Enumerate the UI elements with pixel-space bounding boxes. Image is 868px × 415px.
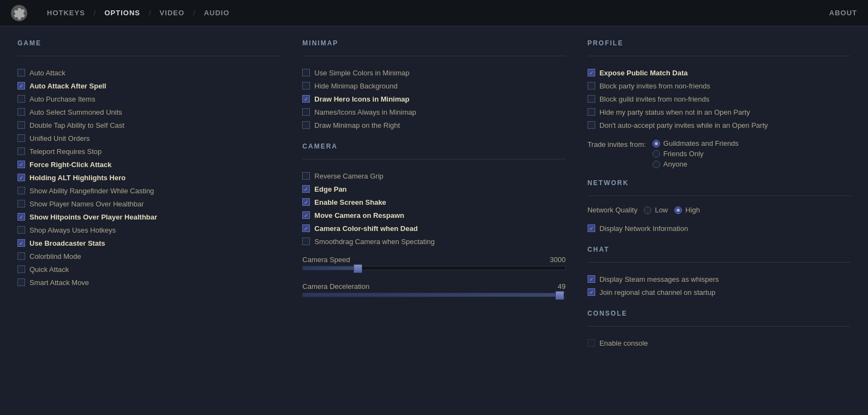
minimap-option-label-1: Hide Minimap Background — [314, 82, 397, 90]
camera-speed-thumb[interactable] — [354, 264, 362, 273]
nav-hotkeys[interactable]: HOTKEYS — [40, 9, 92, 17]
game-checkbox-3[interactable] — [17, 108, 25, 116]
camera-speed-header: Camera Speed 3000 — [302, 256, 565, 264]
chat-section-title: CHAT — [588, 246, 851, 253]
game-checkbox-11[interactable] — [17, 213, 25, 221]
game-option-label-8: Holding ALT Highlights Hero — [29, 174, 125, 182]
app-logo — [11, 5, 27, 21]
game-checkbox-8[interactable] — [17, 174, 25, 181]
nav-about[interactable]: ABOUT — [829, 9, 857, 17]
chat-options-list: Display Steam messages as whispersJoin r… — [588, 272, 851, 299]
network-checkbox-0[interactable] — [588, 224, 595, 232]
camera-checkbox-5[interactable] — [302, 238, 310, 245]
game-option-label-5: Unified Unit Orders — [29, 134, 90, 143]
nav-options[interactable]: OPTIONS — [98, 9, 147, 17]
network-quality-label: Network Quality — [588, 206, 638, 214]
trade-radio-0[interactable] — [653, 140, 660, 147]
trade-radio-1[interactable] — [653, 150, 660, 158]
trade-radio-option-2[interactable]: Anyone — [653, 160, 739, 168]
chat-option-label-1: Join regional chat channel on startup — [600, 288, 715, 297]
camera-option-label-2: Enable Screen Shake — [314, 198, 386, 206]
camera-checkbox-4[interactable] — [302, 224, 310, 232]
game-checkbox-16[interactable] — [17, 278, 25, 286]
camera-speed-track[interactable] — [302, 266, 565, 270]
game-option-row-8: Holding ALT Highlights Hero — [17, 171, 280, 184]
profile-checkbox-1[interactable] — [588, 82, 595, 90]
game-checkbox-7[interactable] — [17, 161, 25, 168]
game-checkbox-10[interactable] — [17, 200, 25, 208]
game-checkbox-0[interactable] — [17, 69, 25, 76]
network-quality-radio-option-0[interactable]: Low — [644, 206, 668, 214]
console-option-label-0: Enable console — [600, 339, 648, 347]
game-checkbox-12[interactable] — [17, 226, 25, 234]
camera-checkbox-3[interactable] — [302, 211, 310, 219]
camera-option-label-1: Edge Pan — [314, 185, 346, 193]
game-option-row-7: Force Right-Click Attack — [17, 158, 280, 171]
profile-option-row-4: Don't auto-accept party invites while in… — [588, 118, 851, 132]
game-divider — [17, 56, 280, 56]
gear-icon — [11, 5, 27, 21]
camera-decel-track[interactable] — [302, 293, 565, 297]
camera-option-row-2: Enable Screen Shake — [302, 195, 565, 209]
game-checkbox-15[interactable] — [17, 265, 25, 273]
profile-option-row-0: Expose Public Match Data — [588, 66, 851, 79]
profile-checkbox-2[interactable] — [588, 95, 595, 103]
minimap-checkbox-3[interactable] — [302, 108, 310, 116]
network-quality-radio-0[interactable] — [644, 206, 651, 214]
game-checkbox-1[interactable] — [17, 82, 25, 90]
network-quality-radio-1[interactable] — [674, 206, 682, 214]
camera-decel-thumb[interactable] — [555, 291, 564, 300]
game-option-row-14: Colorblind Mode — [17, 250, 280, 263]
chat-checkbox-0[interactable] — [588, 275, 595, 283]
minimap-option-label-3: Names/Icons Always in Minimap — [314, 108, 416, 116]
trade-radio-option-1[interactable]: Friends Only — [653, 150, 739, 158]
game-checkbox-2[interactable] — [17, 95, 25, 103]
game-option-row-6: Teleport Requires Stop — [17, 145, 280, 158]
network-quality-radio-option-1[interactable]: High — [674, 206, 700, 214]
nav-audio[interactable]: AUDIO — [197, 9, 236, 17]
camera-checkbox-0[interactable] — [302, 172, 310, 180]
game-option-label-7: Force Right-Click Attack — [29, 161, 112, 169]
camera-section-title: CAMERA — [302, 143, 565, 150]
game-checkbox-5[interactable] — [17, 134, 25, 142]
chat-checkbox-1[interactable] — [588, 288, 595, 296]
console-checkbox-0[interactable] — [588, 339, 595, 347]
minimap-checkbox-1[interactable] — [302, 82, 310, 90]
game-section-title: GAME — [17, 39, 280, 47]
game-option-row-1: Auto Attack After Spell — [17, 79, 280, 92]
network-quality-radio-label-0: Low — [655, 206, 668, 214]
minimap-checkbox-0[interactable] — [302, 69, 310, 76]
game-option-label-14: Colorblind Mode — [29, 252, 81, 260]
chat-option-row-1: Join regional chat channel on startup — [588, 286, 851, 299]
minimap-checkbox-4[interactable] — [302, 121, 310, 129]
minimap-section-title: MINIMAP — [302, 39, 565, 47]
game-checkbox-9[interactable] — [17, 187, 25, 194]
profile-checkbox-0[interactable] — [588, 69, 595, 76]
game-option-row-10: Show Player Names Over Healthbar — [17, 197, 280, 210]
game-checkbox-13[interactable] — [17, 239, 25, 247]
profile-checkbox-4[interactable] — [588, 121, 595, 129]
camera-option-row-3: Move Camera on Respawn — [302, 209, 565, 222]
trade-radio-option-0[interactable]: Guildmates and Friends — [653, 139, 739, 147]
camera-checkbox-2[interactable] — [302, 198, 310, 206]
profile-checkbox-3[interactable] — [588, 108, 595, 116]
game-checkbox-4[interactable] — [17, 121, 25, 129]
nav-sep-1: / — [92, 9, 98, 17]
camera-checkbox-1[interactable] — [302, 185, 310, 193]
game-checkbox-6[interactable] — [17, 147, 25, 155]
console-divider — [588, 326, 851, 327]
trade-radio-stack: Guildmates and FriendsFriends OnlyAnyone — [653, 139, 739, 168]
nav-video[interactable]: VIDEO — [153, 9, 191, 17]
game-checkbox-14[interactable] — [17, 252, 25, 260]
minimap-divider — [302, 56, 565, 56]
profile-option-row-2: Block guild invites from non-friends — [588, 92, 851, 105]
trade-radio-2[interactable] — [653, 161, 660, 168]
game-option-row-12: Shop Always Uses Hotkeys — [17, 223, 280, 236]
game-option-row-4: Double Tap Ability to Self Cast — [17, 118, 280, 132]
camera-decel-fill — [303, 293, 560, 297]
minimap-checkbox-2[interactable] — [302, 95, 310, 103]
minimap-option-row-3: Names/Icons Always in Minimap — [302, 105, 565, 118]
camera-divider — [302, 159, 565, 159]
profile-option-row-3: Hide my party status when not in an Open… — [588, 105, 851, 118]
profile-divider — [588, 56, 851, 56]
